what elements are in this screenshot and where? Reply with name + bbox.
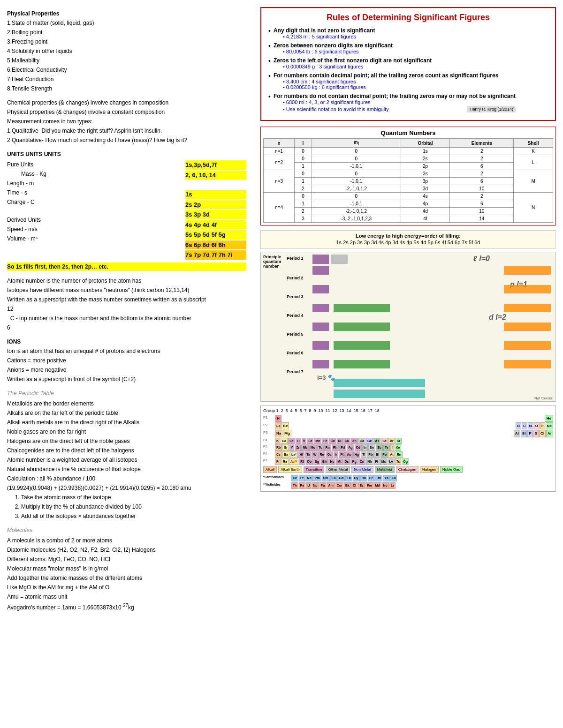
molecules-section: Molecules A molecule is a combo of 2 or … bbox=[7, 526, 246, 612]
pt-Sm: Sm bbox=[322, 475, 330, 481]
pt-Og: Og bbox=[402, 458, 409, 465]
block-5p bbox=[504, 323, 551, 331]
pt-Sg: Sg bbox=[313, 458, 320, 465]
rule-2: • Zeros between nonzero digits are signi… bbox=[268, 42, 548, 54]
ion-note-1: Ion is an atom that has an unequal # of … bbox=[7, 347, 246, 355]
orbital-val-2: 2, 6, 10, 14 bbox=[185, 171, 246, 180]
pt-Co: Co bbox=[329, 438, 336, 444]
pt-period-7: P7 Fr Ra Ac** Rf Db Sg Bh Hs Mt Ds Rg Cn… bbox=[263, 458, 553, 465]
pt-period-2-label: P2 bbox=[263, 422, 275, 429]
pt-V: V bbox=[302, 438, 307, 444]
pt-Md: Md bbox=[373, 482, 381, 489]
derived-label: Derived Units bbox=[7, 216, 185, 224]
physical-prop-7: 7.Heat Conduction bbox=[7, 75, 246, 83]
pt-Zr: Zr bbox=[295, 444, 301, 451]
pt-Pu: Pu bbox=[320, 482, 327, 489]
block-5f bbox=[334, 390, 425, 398]
qr-l2b: 2 bbox=[295, 208, 312, 215]
physical-prop-8: 8.Tensile Strength bbox=[7, 84, 246, 93]
pt-Cm: Cm bbox=[335, 482, 343, 489]
pt-Cr: Cr bbox=[307, 438, 313, 444]
qr-e2d: 2 bbox=[450, 193, 514, 200]
atomic-note-6: 6 bbox=[7, 323, 246, 332]
pt-Sb: Sb bbox=[376, 444, 383, 451]
qr-shell-n: N bbox=[514, 193, 553, 223]
pt-Ac: Ac** bbox=[289, 458, 298, 465]
pt-period-4-label: P4 bbox=[263, 438, 275, 444]
time-label: Time - s bbox=[7, 188, 185, 197]
pt-grid: P1 H He P2 Li Be B C N O F Ne bbox=[263, 415, 553, 489]
qr-e6: 6 bbox=[450, 163, 514, 170]
qr-l0b: 0 bbox=[295, 155, 312, 163]
rule-4-text: For numbers contain decimal point; all t… bbox=[274, 72, 498, 79]
legend-alkali: Alkali bbox=[263, 466, 277, 473]
rule-4-example-1: 3.400 cm : 4 significant figures bbox=[283, 79, 498, 84]
rule-4: • For numbers contain decimal point; all… bbox=[268, 72, 548, 90]
pt-Sr: Sr bbox=[282, 444, 289, 451]
s-block-h bbox=[312, 255, 329, 264]
block-4s bbox=[312, 304, 329, 312]
pt-Ni: Ni bbox=[337, 438, 343, 444]
pt-Yb: Yb bbox=[383, 475, 390, 481]
calc-list: Take the atomic mass of the isotope Mult… bbox=[21, 493, 246, 520]
pt-Sc: Sc bbox=[288, 438, 295, 444]
pt-Al: Al bbox=[514, 430, 520, 437]
mol-note-2: Diatomic molecules (H2, O2, N2, F2, Br2,… bbox=[7, 546, 246, 554]
calc-step-3: Add all of the isotopes × abundances tog… bbox=[21, 512, 246, 520]
pt-Te: Te bbox=[383, 444, 390, 451]
qr-l2: 2 bbox=[295, 185, 312, 193]
pt-Fe: Fe bbox=[322, 438, 328, 444]
pt-period-6-label: P6 bbox=[263, 451, 275, 458]
orbital-val-8: 5s 5p 5d 5f 5g bbox=[185, 230, 246, 240]
rule-3-example: 0.0000349 g : 3 significant figures bbox=[283, 64, 432, 69]
pt-H: H bbox=[275, 415, 282, 422]
pt-period-1-label: P1 bbox=[263, 415, 275, 422]
rule-3: • Zeros to the left of the first nonzero… bbox=[268, 57, 548, 69]
pt-Mo: Mo bbox=[309, 444, 317, 451]
lanthanides-label: *Lanthanides bbox=[263, 475, 291, 481]
orbital-val-3 bbox=[185, 180, 246, 189]
p-note-3: Alkali earth metals are to the direct ri… bbox=[7, 418, 246, 427]
physical-prop-6: 6.Electrical Conductivity bbox=[7, 66, 246, 74]
qr-ml0c: 0 bbox=[312, 170, 401, 178]
qr-n2: n=2 bbox=[264, 155, 295, 170]
qr-e10b: 10 bbox=[450, 208, 514, 215]
rule-1: • Any digit that is not zero is signific… bbox=[268, 27, 548, 39]
pt-Po: Po bbox=[381, 451, 388, 458]
quantum-table: n l ml Orbital Elements Shell n=1 0 0 1s… bbox=[263, 138, 553, 223]
pt-Se: Se bbox=[381, 438, 388, 444]
rule-1-content: Any digit that is not zero is significan… bbox=[274, 27, 375, 39]
calc-step-1: Take the atomic mass of the isotope bbox=[21, 493, 246, 502]
quantum-row-3b: 1 -1,0,1 3p 6 bbox=[264, 178, 553, 185]
pt-Li: Li bbox=[275, 422, 281, 429]
qr-e2: 2 bbox=[450, 148, 514, 155]
pt-Mg: Mg bbox=[283, 430, 291, 437]
pt-Tc: Tc bbox=[317, 444, 324, 451]
quantum-header-row: n l ml Orbital Elements Shell bbox=[264, 139, 553, 148]
period-3: Period 3 bbox=[287, 294, 304, 299]
pt-period-3: P3 Na Mg Al Si P S Cl Ar bbox=[263, 430, 553, 437]
orbital-val-5: 2s 2p bbox=[185, 200, 246, 210]
pt-Lv: Lv bbox=[388, 458, 394, 465]
nat-corols-label: Nat Corols: bbox=[534, 396, 553, 400]
rule-2-content: Zeros between nonzero digits are signifi… bbox=[274, 42, 393, 54]
rule-5-text: For numbers do not contain decimal point… bbox=[274, 93, 516, 99]
legend-other-metal: Other Metal bbox=[326, 466, 350, 473]
qr-ml1b: -1,0,1 bbox=[312, 178, 401, 185]
qh-l: l bbox=[295, 139, 312, 148]
henry-credit: Henry R. Krog (1/2014) bbox=[467, 106, 516, 113]
pt-Cs: Cs bbox=[275, 451, 282, 458]
quantum-row-2b: 1 -1,0,1 2p 6 bbox=[264, 163, 553, 170]
actinides-label: **Actinides bbox=[263, 482, 291, 489]
quantum-row-4d: 3 -3,-2,-1,0,1,2,3 4f 14 bbox=[264, 215, 553, 223]
qr-shell-k: K bbox=[514, 148, 553, 155]
block-3d bbox=[334, 304, 390, 312]
atomic-note-5: C - top number is the mass number and th… bbox=[7, 314, 246, 323]
qr-e2b: 2 bbox=[450, 155, 514, 163]
ion-note-3: Anions = more negative bbox=[7, 366, 246, 374]
rule-5-content: For numbers do not contain decimal point… bbox=[274, 93, 516, 113]
pt-period-1: P1 H He bbox=[263, 415, 553, 422]
orbital-val-1: 1s,3p,5d,7f bbox=[185, 160, 246, 170]
rule-5-bottom: Use scientific notation to avoid this am… bbox=[274, 106, 516, 113]
pt-Ca: Ca bbox=[281, 438, 288, 444]
